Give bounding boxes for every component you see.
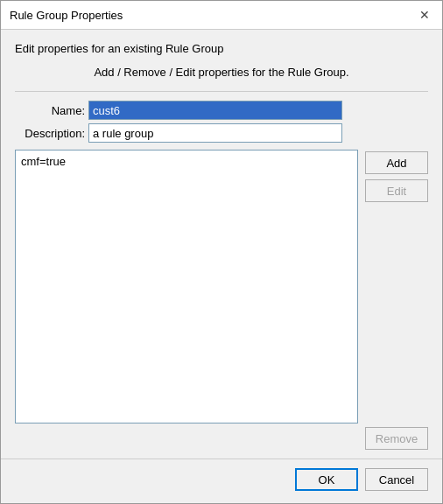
info-line2: Add / Remove / Edit properties for the R… xyxy=(15,66,428,79)
dialog-window: Rule Group Properties ✕ Edit properties … xyxy=(0,0,443,504)
description-label: Description: xyxy=(15,127,85,140)
content-area: cmf=true Add Edit xyxy=(15,150,428,424)
footer: OK Cancel xyxy=(1,458,442,503)
add-button[interactable]: Add xyxy=(365,151,428,174)
name-row: Name: xyxy=(15,101,428,120)
edit-button[interactable]: Edit xyxy=(365,179,428,202)
title-bar: Rule Group Properties ✕ xyxy=(1,1,442,30)
title-bar-text: Rule Group Properties xyxy=(10,9,123,22)
description-row: Description: xyxy=(15,123,428,143)
cancel-button[interactable]: Cancel xyxy=(365,468,428,491)
list-item[interactable]: cmf=true xyxy=(19,154,354,169)
side-buttons: Add Edit xyxy=(365,150,428,424)
description-input[interactable] xyxy=(88,123,342,143)
info-line1: Edit properties for an existing Rule Gro… xyxy=(15,42,428,55)
remove-button[interactable]: Remove xyxy=(365,427,428,450)
name-label: Name: xyxy=(15,104,85,117)
dialog-body: Edit properties for an existing Rule Gro… xyxy=(1,30,442,458)
info-section: Edit properties for an existing Rule Gro… xyxy=(15,42,428,59)
form-section: Name: Description: xyxy=(15,101,428,143)
name-input[interactable] xyxy=(88,101,342,120)
properties-listbox[interactable]: cmf=true xyxy=(15,150,358,424)
ok-button[interactable]: OK xyxy=(295,468,358,491)
divider-top xyxy=(15,91,428,92)
close-button[interactable]: ✕ xyxy=(416,6,433,24)
bottom-remove-area: Remove xyxy=(15,427,428,450)
